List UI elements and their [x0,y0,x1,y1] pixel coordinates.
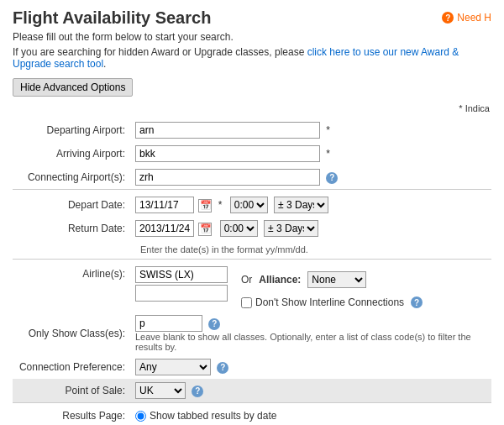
page-title: Flight Availability Search [13,8,491,28]
pref-help-icon[interactable]: ? [217,362,228,374]
departing-required: * [326,124,330,136]
results-label: Results Page: [13,407,130,425]
class-label: Only Show Class(es): [13,312,130,355]
help-icon: ? [442,12,454,24]
airline-field: Or Alliance: None Star Alliance OneWorld… [130,263,491,312]
airline-label: Airline(s): [13,263,130,312]
depart-time-select[interactable]: 0:00 1:00 6:00 12:00 [230,197,268,213]
subtitle-2-pre: If you are searching for hidden Award or… [13,46,307,58]
depart-date-label: Depart Date: [13,193,130,217]
arriving-input[interactable] [135,145,320,162]
departing-field: * [130,118,491,142]
connecting-field: ? [130,165,491,190]
connecting-row: Connecting Airport(s): ? [13,165,491,190]
depart-days-select[interactable]: ± 0 Days ± 1 Days ± 2 Days ± 3 Days [274,197,328,213]
depart-required: * [218,199,223,211]
interline-label: Don't Show Interline Connections [255,296,404,308]
pref-select[interactable]: Any Minimum Maximum [135,359,211,375]
arriving-field: * [130,142,491,165]
class-note: Leave blank to show all classes. Optiona… [135,332,486,352]
departing-input[interactable] [135,122,320,139]
interline-row: Don't Show Interline Connections ? [241,296,423,308]
help-link[interactable]: ? Need H [442,12,491,24]
class-row: Only Show Class(es): ? Leave blank to sh… [13,312,491,355]
alliance-label: Alliance: [259,274,301,286]
subtitle-2-post: . [103,58,106,70]
pref-label: Connection Preference: [13,355,130,379]
return-date-label: Return Date: [13,217,130,240]
interline-help-icon[interactable]: ? [411,296,423,308]
results-label-1: Show tabbed results by date [150,410,276,422]
class-input[interactable] [135,315,202,332]
subtitle-1: Please fill out the form below to start … [13,31,491,43]
date-format-row: Enter the date(s) in the format yy/mm/dd… [13,240,491,260]
alliance-row: Or Alliance: None Star Alliance OneWorld… [241,268,423,291]
airline-input-1[interactable] [135,266,228,283]
departing-row: Departing Airport: * [13,118,491,142]
class-field: ? Leave blank to show all classes. Optio… [130,312,491,355]
return-time-select[interactable]: 0:00 1:00 6:00 12:00 [220,220,258,237]
connecting-input[interactable] [135,169,320,186]
connecting-label: Connecting Airport(s): [13,165,130,190]
help-text: Need H [457,12,491,24]
arriving-row: Arriving Airport: * [13,142,491,165]
return-date-input[interactable] [135,220,194,237]
depart-date-input[interactable] [135,197,194,213]
alliance-select[interactable]: None Star Alliance OneWorld SkyTeam [307,271,366,288]
required-note: * Indica [13,103,491,113]
pos-field: UK US DE FR ? [130,379,491,403]
results-row: Results Page: Show tabbed results by dat… [13,407,491,425]
airline-row: Airline(s): Or Alliance: None Star Al [13,263,491,312]
pos-help-icon[interactable]: ? [192,386,203,397]
pref-field: Any Minimum Maximum ? [130,355,491,379]
subtitle-2: If you are searching for hidden Award or… [13,46,491,70]
results-field: Show tabbed results by date Show all dat… [130,407,491,425]
return-calendar-icon[interactable] [198,223,212,236]
results-radio-1[interactable] [135,411,146,422]
depart-calendar-icon[interactable] [198,199,212,212]
airline-input-2[interactable] [135,285,228,302]
arriving-label: Arriving Airport: [13,142,130,165]
pos-row: Point of Sale: UK US DE FR ? [13,379,491,403]
return-days-select[interactable]: ± 0 Days ± 1 Days ± 2 Days ± 3 Days [264,220,318,237]
results-radio-group: Show tabbed results by date Show all dat… [135,410,486,425]
airline-inputs [135,266,228,302]
depart-date-field: * 0:00 1:00 6:00 12:00 ± 0 Days ± 1 Days… [130,193,491,217]
or-text: Or [241,274,252,286]
form-table: Departing Airport: * Arriving Airport: *… [13,118,491,425]
departing-label: Departing Airport: [13,118,130,142]
date-format-note: Enter the date(s) in the format yy/mm/dd… [135,244,308,254]
connecting-help-icon[interactable]: ? [326,172,338,184]
pref-row: Connection Preference: Any Minimum Maxim… [13,355,491,379]
class-help-icon[interactable]: ? [208,318,220,330]
arriving-required: * [326,148,330,160]
return-date-row: Return Date: 0:00 1:00 6:00 12:00 ± 0 Da… [13,217,491,240]
results-option-1[interactable]: Show tabbed results by date [135,410,486,422]
hide-advanced-btn[interactable]: Hide Advanced Options [13,78,133,97]
return-date-field: 0:00 1:00 6:00 12:00 ± 0 Days ± 1 Days ±… [130,217,491,240]
alliance-section: Or Alliance: None Star Alliance OneWorld… [241,266,423,308]
pos-select[interactable]: UK US DE FR [135,382,186,399]
pos-label: Point of Sale: [13,379,130,403]
depart-date-row: Depart Date: * 0:00 1:00 6:00 12:00 ± 0 … [13,193,491,217]
interline-checkbox[interactable] [241,297,252,308]
